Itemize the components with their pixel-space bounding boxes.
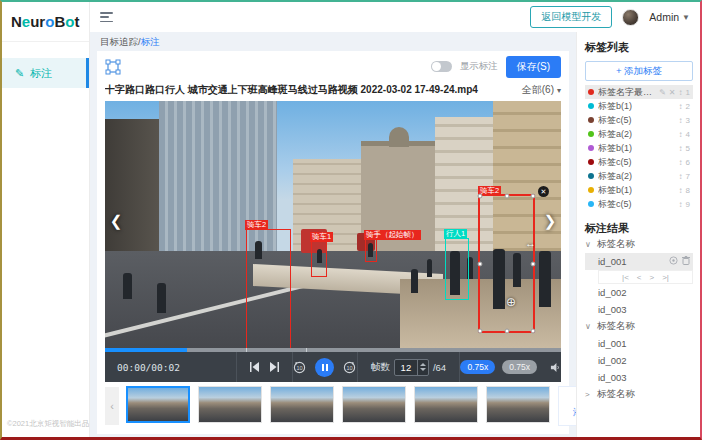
speed-pill[interactable]: 0.75x (502, 360, 537, 374)
sort-icon[interactable]: ↕ (679, 102, 683, 111)
result-item-id: id_001 (598, 256, 627, 267)
frame-number-value[interactable]: 12 (395, 362, 417, 373)
result-group-header[interactable]: ∨标签名称 (585, 318, 693, 335)
resize-handle[interactable] (531, 194, 536, 199)
bounding-box-selected[interactable]: 骑车2✕ (478, 194, 535, 333)
label-list-item[interactable]: 标签c(5)↕9 (585, 197, 693, 211)
sort-icon[interactable]: ↕ (679, 172, 683, 181)
user-avatar[interactable] (622, 9, 639, 26)
label-hotkey-number: 5 (686, 144, 690, 153)
label-list-item[interactable]: 标签名字最长数...✎✕↕1 (585, 85, 693, 99)
resize-handle[interactable] (478, 194, 483, 199)
pager-first-icon[interactable]: |< (622, 273, 629, 282)
result-item-id: id_003 (598, 304, 627, 315)
bounding-box[interactable]: 骑手（起始帧） (365, 239, 377, 262)
label-list-item[interactable]: 标签a(2)↕7 (585, 169, 693, 183)
result-item[interactable]: id_002 (585, 352, 693, 369)
result-item[interactable]: id_003 (585, 301, 693, 318)
filter-dropdown[interactable]: 全部(6) ▾ (522, 83, 561, 97)
rect-select-tool-icon[interactable] (105, 59, 121, 75)
frames-label: 帧数 (371, 361, 390, 374)
sort-icon[interactable]: ↕ (679, 158, 683, 167)
filmstrip-thumbnail[interactable] (342, 386, 406, 423)
frame-number-input[interactable]: 12 (394, 359, 429, 376)
breadcrumb-parent[interactable]: 目标追踪 (100, 36, 138, 47)
edit-icon[interactable]: ✎ (659, 88, 666, 97)
label-row-icons: ↕7 (679, 172, 690, 181)
sort-icon[interactable]: ↕ (679, 130, 683, 139)
label-list-item[interactable]: 标签c(5)↕3 (585, 113, 693, 127)
sort-icon[interactable]: ↕ (679, 186, 683, 195)
label-hotkey-number: 4 (686, 130, 690, 139)
result-item-id: id_002 (598, 355, 627, 366)
video-canvas[interactable]: 骑车2骑车1骑手（起始帧）行人1骑车2✕ ❮ ❯ ↔ ⊕ (105, 101, 561, 348)
label-list-item[interactable]: 标签c(5)↕6 (585, 155, 693, 169)
filmstrip-thumbnail[interactable] (126, 386, 190, 423)
scene-figure (157, 283, 166, 313)
next-frame-arrow[interactable]: ❯ (541, 209, 559, 233)
resize-handle[interactable] (531, 261, 536, 266)
filmstrip-left-arrow[interactable]: ‹ (105, 387, 119, 425)
label-color-dot (588, 201, 594, 207)
forward-10-icon[interactable]: 10 (343, 361, 356, 374)
show-annotations-toggle[interactable] (431, 61, 452, 72)
trash-icon[interactable] (682, 256, 690, 267)
result-item-id: id_001 (598, 338, 627, 349)
bounding-box[interactable]: 骑车1 (311, 241, 327, 277)
sort-icon[interactable]: ↕ (679, 116, 683, 125)
bounding-box-label: 骑车2 (245, 220, 268, 230)
close-icon[interactable]: ✕ (669, 88, 676, 97)
filmstrip-thumbnail[interactable] (270, 386, 334, 423)
sort-icon[interactable]: ↕ (679, 88, 683, 97)
prev-frame-arrow[interactable]: ❮ (107, 209, 125, 233)
pager-prev-icon[interactable]: < (637, 273, 642, 282)
rewind-10-icon[interactable]: 10 (293, 361, 306, 374)
result-item[interactable]: id_002 (585, 284, 693, 301)
bounding-box[interactable]: 骑车2 (246, 229, 291, 348)
top-bar: 返回模型开发 Admin ▼ (90, 2, 700, 32)
resize-handle[interactable] (478, 261, 483, 266)
resize-handle[interactable] (504, 194, 509, 199)
result-group-header[interactable]: >标签名称 (585, 386, 693, 403)
locate-icon[interactable] (669, 256, 678, 267)
delete-box-icon[interactable]: ✕ (538, 186, 549, 197)
pause-button[interactable] (315, 358, 334, 377)
label-hotkey-number: 9 (686, 200, 690, 209)
pager-last-icon[interactable]: >| (662, 273, 669, 282)
label-name: 标签b(1) (598, 142, 675, 155)
speed-pill-active[interactable]: 0.75x (460, 360, 495, 374)
sort-icon[interactable]: ↕ (679, 144, 683, 153)
svg-text:10: 10 (297, 364, 303, 370)
user-menu[interactable]: Admin ▼ (649, 11, 690, 23)
filmstrip-thumbnail[interactable] (198, 386, 262, 423)
label-list-item[interactable]: 标签b(1)↕2 (585, 99, 693, 113)
label-list-item[interactable]: 标签b(1)↕5 (585, 141, 693, 155)
collapse-menu-icon[interactable] (100, 12, 113, 22)
logo-letter: N (11, 13, 22, 30)
bounding-box[interactable]: 行人1 (445, 238, 469, 300)
filmstrip-thumbnail[interactable] (414, 386, 478, 423)
result-item[interactable]: id_001 (585, 335, 693, 352)
save-button[interactable]: 保存(S) (506, 56, 561, 78)
result-item[interactable]: id_001 (585, 253, 693, 270)
volume-icon[interactable] (550, 362, 561, 373)
resize-handle[interactable] (531, 329, 536, 334)
video-progress-bar[interactable] (105, 348, 561, 352)
resize-handle[interactable] (504, 329, 509, 334)
show-annotations-label: 显示标注 (460, 60, 498, 73)
sidebar-item-annotate[interactable]: ✎ 标注 (2, 58, 89, 88)
label-list-item[interactable]: 标签b(1)↕8 (585, 183, 693, 197)
sort-icon[interactable]: ↕ (679, 200, 683, 209)
add-label-button[interactable]: + 添加标签 (585, 61, 693, 81)
back-to-model-dev-button[interactable]: 返回模型开发 (530, 6, 612, 28)
label-list-item[interactable]: 标签a(2)↕4 (585, 127, 693, 141)
step-back-icon[interactable] (249, 362, 260, 372)
filmstrip-thumbnail[interactable] (486, 386, 550, 423)
pager-next-icon[interactable]: > (650, 273, 655, 282)
resize-handle[interactable] (478, 329, 483, 334)
result-item[interactable]: id_003 (585, 369, 693, 386)
user-name: Admin (649, 11, 679, 23)
frame-stepper[interactable] (417, 360, 428, 375)
result-group-header[interactable]: ∨标签名称 (585, 236, 693, 253)
step-forward-icon[interactable] (269, 362, 280, 372)
